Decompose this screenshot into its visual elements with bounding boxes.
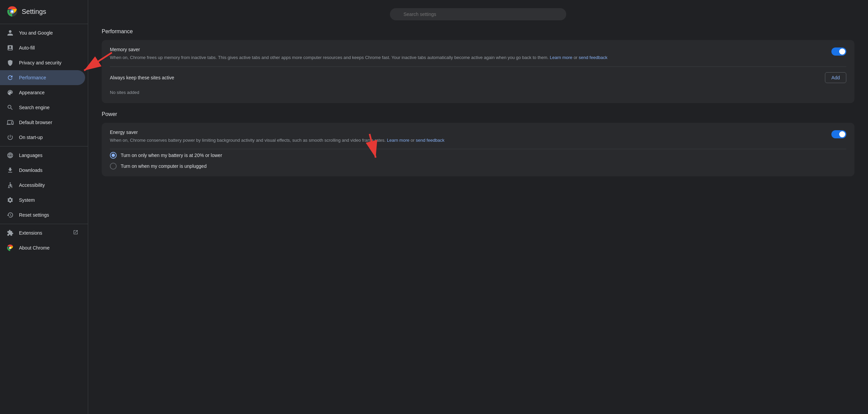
sidebar-item-label: Extensions <box>19 230 42 236</box>
sidebar-item-label: Privacy and security <box>19 60 61 65</box>
accessibility-icon <box>7 182 14 189</box>
memory-saver-learn-more-link[interactable]: Learn more <box>550 55 572 60</box>
sidebar-item-appearance[interactable]: Appearance <box>0 85 85 100</box>
energy-saver-content: Energy saver When on, Chrome conserves b… <box>110 130 825 144</box>
autofill-icon <box>7 44 14 51</box>
energy-saver-toggle[interactable] <box>831 130 846 138</box>
browser-icon <box>7 119 14 126</box>
sidebar-item-label: Reset settings <box>19 212 49 218</box>
sidebar-item-label: Languages <box>19 153 42 158</box>
system-icon <box>7 197 14 203</box>
memory-saver-toggle-track <box>831 47 846 56</box>
svg-point-3 <box>11 11 14 13</box>
languages-icon <box>7 152 14 159</box>
energy-saver-toggle-track <box>831 130 846 138</box>
sidebar-item-performance[interactable]: Performance <box>0 70 85 85</box>
energy-saver-title: Energy saver <box>110 130 825 135</box>
energy-saver-desc: When on, Chrome conserves battery power … <box>110 137 825 144</box>
sidebar-item-label: System <box>19 197 35 203</box>
sidebar-item-about-chrome[interactable]: About Chrome <box>0 240 85 255</box>
startup-icon <box>7 134 14 141</box>
person-icon <box>7 29 14 36</box>
sidebar-item-label: Appearance <box>19 90 45 95</box>
search-wrapper <box>390 8 566 20</box>
radio-circle-battery-20 <box>110 152 117 159</box>
sidebar-item-on-startup[interactable]: On start-up <box>0 130 85 145</box>
no-sites-text: No sites added <box>110 86 846 96</box>
energy-saver-radio-group: Turn on only when my battery is at 20% o… <box>110 149 846 170</box>
sidebar-item-label: Default browser <box>19 120 52 125</box>
memory-saver-toggle[interactable] <box>831 47 846 56</box>
main-content: Performance Memory saver When on, Chrome… <box>88 0 868 414</box>
sidebar-item-default-browser[interactable]: Default browser <box>0 115 85 130</box>
shield-icon <box>7 59 14 66</box>
sidebar-item-label: Search engine <box>19 105 50 110</box>
performance-section-title: Performance <box>102 28 854 35</box>
radio-unplugged[interactable]: Turn on when my computer is unplugged <box>110 163 846 170</box>
sidebar-item-you-and-google[interactable]: You and Google <box>0 25 85 40</box>
always-active-sites-row: Always keep these sites active Add <box>110 66 846 86</box>
radio-label-unplugged: Turn on when my computer is unplugged <box>121 163 206 169</box>
sidebar-item-label: About Chrome <box>19 245 50 251</box>
appearance-icon <box>7 89 14 96</box>
sidebar-item-search-engine[interactable]: Search engine <box>0 100 85 115</box>
power-section: Power Energy saver When on, Chrome conse… <box>102 111 854 177</box>
search-input[interactable] <box>390 8 566 20</box>
performance-icon <box>7 74 14 81</box>
sidebar-divider-2 <box>0 146 88 146</box>
sidebar-item-accessibility[interactable]: Accessibility <box>0 178 85 193</box>
energy-saver-toggle-wrapper[interactable] <box>831 130 846 138</box>
sidebar-item-downloads[interactable]: Downloads <box>0 163 85 178</box>
memory-saver-row: Memory saver When on, Chrome frees up me… <box>110 47 846 61</box>
memory-saver-feedback-link[interactable]: send feedback <box>579 55 608 60</box>
sidebar-item-reset-settings[interactable]: Reset settings <box>0 208 85 222</box>
energy-saver-toggle-thumb <box>839 131 845 137</box>
sidebar-item-extensions[interactable]: Extensions <box>0 225 85 240</box>
memory-saver-toggle-wrapper[interactable] <box>831 47 846 56</box>
sidebar-item-system[interactable]: System <box>0 193 85 208</box>
always-active-sites-label: Always keep these sites active <box>110 75 174 80</box>
radio-circle-unplugged <box>110 163 117 170</box>
sidebar-item-autofill[interactable]: Auto-fill <box>0 40 85 55</box>
sidebar-item-label: Accessibility <box>19 182 45 188</box>
sidebar-item-label: Auto-fill <box>19 45 35 51</box>
sidebar: Settings You and Google Auto-fill Privac… <box>0 0 88 414</box>
radio-battery-20[interactable]: Turn on only when my battery is at 20% o… <box>110 152 846 159</box>
about-icon <box>7 244 14 251</box>
extensions-icon <box>7 230 14 236</box>
svg-point-4 <box>9 182 11 183</box>
svg-point-6 <box>9 247 11 249</box>
chrome-logo-icon <box>7 6 18 17</box>
energy-saver-card: Energy saver When on, Chrome conserves b… <box>102 123 854 177</box>
sidebar-divider <box>0 24 88 24</box>
sidebar-item-languages[interactable]: Languages <box>0 148 85 163</box>
memory-saver-desc: When on, Chrome frees up memory from ina… <box>110 54 825 61</box>
sidebar-divider-3 <box>0 224 88 224</box>
memory-saver-card: Memory saver When on, Chrome frees up me… <box>102 40 854 103</box>
memory-saver-toggle-thumb <box>839 48 845 55</box>
sidebar-item-label: Downloads <box>19 167 42 173</box>
energy-saver-row: Energy saver When on, Chrome conserves b… <box>110 130 846 144</box>
sidebar-header: Settings <box>0 0 88 22</box>
memory-saver-content: Memory saver When on, Chrome frees up me… <box>110 47 825 61</box>
reset-icon <box>7 212 14 218</box>
memory-saver-title: Memory saver <box>110 47 825 52</box>
add-sites-button[interactable]: Add <box>825 72 846 83</box>
energy-saver-feedback-link[interactable]: send feedback <box>416 138 445 143</box>
performance-section: Performance Memory saver When on, Chrome… <box>102 28 854 103</box>
downloads-icon <box>7 167 14 174</box>
sidebar-item-label: You and Google <box>19 30 53 36</box>
sidebar-item-label: On start-up <box>19 135 43 140</box>
radio-label-battery-20: Turn on only when my battery is at 20% o… <box>121 153 222 158</box>
search-bar-container <box>102 8 854 20</box>
app-title: Settings <box>22 8 46 16</box>
sidebar-item-label: Performance <box>19 75 46 80</box>
energy-saver-learn-more-link[interactable]: Learn more <box>387 138 409 143</box>
search-icon <box>7 104 14 111</box>
power-section-title: Power <box>102 111 854 117</box>
external-link-icon <box>73 230 78 236</box>
sidebar-item-privacy-and-security[interactable]: Privacy and security <box>0 55 85 70</box>
